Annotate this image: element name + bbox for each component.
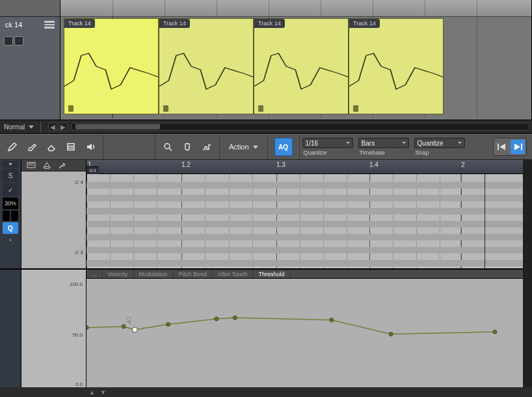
controller-lane: 100.0 50.0 0.0 ...VelocityModulationPitc… bbox=[0, 269, 532, 387]
svg-point-11 bbox=[233, 316, 237, 320]
cc-up-button[interactable]: ▲ bbox=[86, 389, 98, 396]
cc-plot[interactable]: ☟ bbox=[86, 279, 532, 387]
search-button[interactable] bbox=[159, 138, 176, 155]
hscroll-track[interactable] bbox=[71, 123, 529, 131]
track-header[interactable]: ck 14 bbox=[0, 17, 60, 120]
zoom-mode-dropdown[interactable]: Normal bbox=[4, 122, 34, 132]
svg-point-10 bbox=[215, 317, 219, 321]
color-tool-button[interactable] bbox=[179, 138, 196, 155]
solo-button[interactable]: S bbox=[3, 169, 18, 182]
midi-clip[interactable]: Track 14 bbox=[159, 18, 254, 114]
arrange-ruler[interactable] bbox=[60, 0, 531, 17]
cc-left-col bbox=[0, 270, 21, 387]
midi-ruler[interactable]: 1 1.2 1.3 1.4 2 4/4 bbox=[86, 160, 532, 174]
auto-quantize-button[interactable]: AQ bbox=[274, 138, 293, 156]
cc-tab-modulation[interactable]: Modulation bbox=[134, 270, 174, 278]
pitch-label: C 4 bbox=[75, 179, 83, 185]
piano-roll[interactable]: 1 1.2 1.3 1.4 2 4/4 bbox=[86, 160, 532, 268]
scroll-left-button[interactable]: ◀ bbox=[48, 122, 57, 131]
cc-tab-threshold[interactable]: Threshold bbox=[253, 270, 290, 278]
percent-field[interactable]: 30% bbox=[3, 198, 18, 209]
midi-editor: S ✓ 30% Q • C 4 C 3 1 1.2 1.3 1.4 2 4/4 bbox=[0, 160, 532, 269]
snap-label: Snap bbox=[414, 149, 465, 156]
step-tool-button[interactable] bbox=[198, 138, 215, 155]
svg-point-5 bbox=[44, 166, 50, 168]
clip-label: Track 14 bbox=[254, 19, 285, 28]
erase-tool-button[interactable] bbox=[43, 138, 60, 155]
midi-icon bbox=[44, 21, 55, 29]
cc-tab--[interactable]: ... bbox=[86, 270, 103, 278]
cc-main[interactable]: ...VelocityModulationPitch BendAfter Tou… bbox=[86, 270, 532, 387]
svg-rect-2 bbox=[498, 144, 499, 150]
midi-clip[interactable]: Track 14 bbox=[254, 18, 349, 114]
quantize-combo[interactable]: 1/16 Quantize bbox=[300, 134, 356, 159]
arrange-ruler-stub bbox=[0, 0, 60, 17]
bottom-scroll-strip: ▲ ▼ bbox=[0, 387, 532, 397]
divider bbox=[40, 122, 41, 132]
vertical-scrollbar[interactable] bbox=[523, 160, 532, 387]
track-name: ck 14 bbox=[5, 21, 22, 29]
svg-rect-3 bbox=[521, 144, 522, 150]
nav-start-button[interactable] bbox=[495, 140, 509, 154]
svg-point-8 bbox=[132, 327, 137, 333]
keyboard-icon[interactable] bbox=[27, 161, 36, 170]
midi-left-controls: S ✓ 30% Q • bbox=[0, 160, 21, 268]
checkmark-button[interactable]: ✓ bbox=[3, 183, 18, 196]
midi-clip[interactable]: Track 14 bbox=[349, 18, 444, 114]
more-button[interactable]: • bbox=[3, 235, 18, 244]
cc-axis: 100.0 50.0 0.0 bbox=[21, 270, 86, 387]
clip-label: Track 14 bbox=[159, 19, 190, 28]
svg-point-9 bbox=[166, 322, 170, 326]
midi-tool-col: C 4 C 3 bbox=[21, 160, 86, 268]
nav-buttons bbox=[493, 138, 527, 156]
cc-tabs: ...VelocityModulationPitch BendAfter Tou… bbox=[86, 270, 532, 279]
midi-left-dropdown[interactable] bbox=[3, 161, 18, 168]
cc-tab-pitch-bend[interactable]: Pitch Bend bbox=[174, 270, 213, 278]
svg-point-13 bbox=[389, 332, 393, 336]
clip-row: Track 14 Track 14 Track 14 Track 14 bbox=[60, 17, 531, 118]
clip-label: Track 14 bbox=[349, 19, 380, 28]
quantize-toggle-button[interactable]: Q bbox=[3, 222, 18, 234]
svg-point-14 bbox=[493, 330, 497, 334]
arrange-area: ck 14 Track 14 Track 14 Track 14 bbox=[0, 0, 532, 120]
cc-down-button[interactable]: ▼ bbox=[98, 389, 109, 396]
svg-point-7 bbox=[122, 324, 126, 328]
svg-point-6 bbox=[86, 326, 88, 329]
list-tool-button[interactable] bbox=[62, 138, 79, 155]
piano-keyboard[interactable]: C 4 C 3 bbox=[21, 172, 86, 268]
quantize-label: Quantize bbox=[302, 149, 353, 156]
timebase-combo[interactable]: Bars Timebase bbox=[356, 134, 412, 159]
track-header-buttons[interactable] bbox=[4, 36, 23, 45]
svg-rect-0 bbox=[68, 144, 74, 150]
left-small-btn[interactable] bbox=[3, 211, 10, 221]
midi-clip[interactable]: Track 14 bbox=[64, 18, 159, 114]
draw-tool-button[interactable] bbox=[4, 138, 21, 155]
wrench-icon[interactable] bbox=[58, 161, 67, 170]
svg-point-1 bbox=[165, 144, 170, 149]
timebase-label: Timebase bbox=[358, 149, 409, 156]
drum-icon[interactable] bbox=[42, 161, 51, 170]
svg-point-12 bbox=[330, 318, 334, 322]
brush-tool-button[interactable] bbox=[23, 138, 40, 155]
speaker-tool-button[interactable] bbox=[82, 138, 99, 155]
snap-combo[interactable]: Quantize Snap bbox=[412, 134, 468, 159]
action-dropdown[interactable]: Action bbox=[224, 138, 263, 155]
arrange-sidebar: ck 14 bbox=[0, 0, 60, 120]
editor-toolbar: Action AQ 1/16 Quantize Bars Timebase Qu… bbox=[0, 134, 532, 160]
scroll-right-button[interactable]: ▶ bbox=[59, 122, 68, 131]
pitch-label: C 3 bbox=[75, 250, 83, 255]
cc-tab-after-touch[interactable]: After Touch bbox=[213, 270, 253, 278]
arrange-timeline[interactable]: Track 14 Track 14 Track 14 Track 14 bbox=[60, 0, 532, 120]
hscroll-thumb[interactable] bbox=[75, 124, 160, 129]
left-small-btn[interactable] bbox=[11, 211, 18, 221]
cc-tab-velocity[interactable]: Velocity bbox=[103, 270, 134, 278]
nav-end-button[interactable] bbox=[511, 140, 525, 154]
clip-label: Track 14 bbox=[64, 19, 95, 28]
arrange-scroll-strip: Normal ◀ ▶ bbox=[0, 120, 532, 134]
